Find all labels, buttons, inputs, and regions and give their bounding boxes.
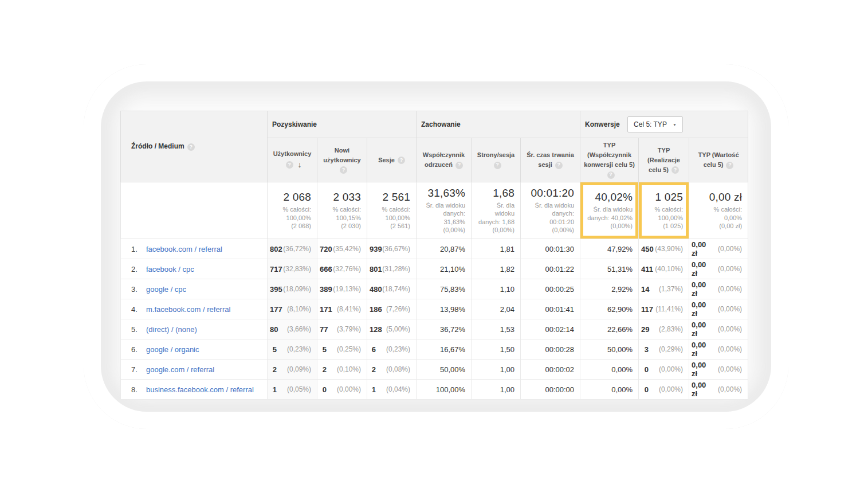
metric-cell: 2,92% xyxy=(580,279,639,299)
source-link[interactable]: business.facebook.com / referral xyxy=(146,385,254,394)
metric-cell: 720(35,42%) xyxy=(317,239,367,259)
metric-cell: 00:00:00 xyxy=(521,380,580,400)
column-header-sessions[interactable]: Sesje? xyxy=(367,138,417,182)
metric-value: 0,00 zł xyxy=(692,341,712,358)
column-header-goal-conversion-rate[interactable]: TYP (Współczynnik konwersji celu 5)? xyxy=(580,138,639,182)
metric-cell: 1,81 xyxy=(472,239,521,259)
metric-percent: (0,23%) xyxy=(277,345,311,353)
metric-cell: 1,50 xyxy=(472,339,521,360)
metric-percent: (32,83%) xyxy=(282,265,311,273)
metric-cell: 00:01:22 xyxy=(521,259,580,279)
help-icon[interactable]: ? xyxy=(286,161,293,169)
metric-cell: 0,00 zł(0,00%) xyxy=(689,339,748,360)
dimension-header[interactable]: Źródło / Medium? xyxy=(121,111,268,182)
help-icon[interactable]: ? xyxy=(340,166,347,174)
metric-value: 00:01:41 xyxy=(545,305,574,314)
metric-percent: (8,41%) xyxy=(332,305,361,313)
source-link[interactable]: facebook / cpc xyxy=(146,265,194,274)
metric-percent: (18,09%) xyxy=(282,285,311,293)
help-icon[interactable]: ? xyxy=(726,162,733,169)
metric-cell: 50,00% xyxy=(417,360,472,380)
metric-percent: (2,83%) xyxy=(650,325,684,333)
column-header-new-users[interactable]: Nowi użytkownicy? xyxy=(317,138,367,182)
chevron-down-icon: ▼ xyxy=(673,123,677,127)
help-icon[interactable]: ? xyxy=(607,171,615,179)
metric-value: 2 xyxy=(273,365,277,374)
table-row: 3.google / cpc395(18,09%)389(19,13%)480(… xyxy=(121,279,748,299)
table-body: 2 068 % całości: 100,00% (2 068) 2 033 %… xyxy=(121,182,748,400)
metric-percent: (0,04%) xyxy=(376,385,410,393)
metric-cell: 0,00 zł(0,00%) xyxy=(689,279,748,299)
metric-cell: 0(0,00%) xyxy=(639,380,689,400)
metric-cell: 5(0,23%) xyxy=(268,339,317,360)
metric-cell: 2(0,10%) xyxy=(317,360,367,380)
metric-percent: (7,26%) xyxy=(382,305,410,313)
column-header-users[interactable]: Użytkownicy?↓ xyxy=(268,138,317,182)
metric-value: 0 xyxy=(323,385,327,394)
source-link[interactable]: facebook.com / referral xyxy=(146,245,222,253)
help-icon[interactable]: ? xyxy=(494,162,501,169)
metric-cell: 22,66% xyxy=(580,319,639,339)
help-icon[interactable]: ? xyxy=(555,162,563,169)
metric-value: 0,00 zł xyxy=(692,381,712,398)
source-medium-table: Źródło / Medium? Pozyskiwanie Zachowanie… xyxy=(120,111,748,400)
help-icon[interactable]: ? xyxy=(187,143,195,151)
metric-value: 801 xyxy=(370,265,382,274)
help-icon[interactable]: ? xyxy=(455,162,463,169)
metric-percent: (0,00%) xyxy=(649,385,683,393)
goal-selector-dropdown[interactable]: Cel 5: TYP ▼ xyxy=(627,116,683,132)
metric-cell: 13,98% xyxy=(417,299,472,319)
group-label: Pozyskiwanie xyxy=(272,120,317,128)
metric-cell: 666(32,76%) xyxy=(317,259,367,279)
metric-percent: (11,41%) xyxy=(653,305,683,313)
metric-value: 6 xyxy=(372,345,376,354)
column-header-goal-completions[interactable]: TYP (Realizacje celu 5)? xyxy=(639,138,689,182)
metric-percent: (0,00%) xyxy=(712,305,742,313)
source-link[interactable]: google / cpc xyxy=(146,285,186,294)
metric-value: 00:01:30 xyxy=(545,245,574,253)
metric-value: 939 xyxy=(370,245,382,253)
column-header-pages-session[interactable]: Strony/sesja? xyxy=(472,138,521,182)
metric-percent: (0,00%) xyxy=(712,245,742,253)
help-icon[interactable]: ? xyxy=(671,166,679,174)
row-number: 8. xyxy=(131,385,146,394)
metric-percent: (0,00%) xyxy=(712,385,742,393)
summary-cell-goal-value: 0,00 zł % całości: 0,00% (0,00 zł) xyxy=(689,182,748,239)
metric-value: 0,00 zł xyxy=(692,361,712,378)
metric-value: 450 xyxy=(641,245,654,253)
metric-cell: 21,10% xyxy=(417,259,472,279)
metric-percent: (3,66%) xyxy=(278,325,311,333)
metric-cell: 1,82 xyxy=(472,259,521,279)
metric-cell: 171(8,41%) xyxy=(317,299,367,319)
column-header-avg-session-duration[interactable]: Śr. czas trwania sesji? xyxy=(521,138,580,182)
source-link[interactable]: (direct) / (none) xyxy=(146,325,197,334)
row-number: 7. xyxy=(131,365,146,374)
source-link[interactable]: google / organic xyxy=(146,345,199,354)
dimension-label: Źródło / Medium xyxy=(131,142,184,150)
metric-value: 00:02:14 xyxy=(545,325,574,334)
metric-cell: 128(5,00%) xyxy=(367,319,417,339)
column-label: TYP (Współczynnik konwersji celu 5) xyxy=(584,142,635,168)
source-link[interactable]: google.com / referral xyxy=(146,365,214,374)
metric-value: 13,98% xyxy=(440,305,465,314)
metric-value: 14 xyxy=(641,285,649,294)
help-icon[interactable]: ? xyxy=(398,157,405,164)
column-header-goal-value[interactable]: TYP (Wartość celu 5)? xyxy=(689,138,748,182)
metric-percent: (18,74%) xyxy=(382,285,410,293)
source-link[interactable]: m.facebook.com / referral xyxy=(146,305,230,314)
metric-percent: (36,67%) xyxy=(382,245,410,253)
summary-empty-cell xyxy=(121,182,268,239)
metric-value: 36,72% xyxy=(440,325,465,334)
row-number: 2. xyxy=(131,265,146,274)
metric-value: 0,00% xyxy=(611,365,633,374)
metric-value: 21,10% xyxy=(440,265,465,274)
row-number: 1. xyxy=(131,245,146,253)
metric-cell: 0,00% xyxy=(580,380,639,400)
summary-cell-users: 2 068 % całości: 100,00% (2 068) xyxy=(268,182,317,239)
metric-cell: 6(0,23%) xyxy=(367,339,417,360)
metric-value: 2,92% xyxy=(611,285,633,294)
metric-value: 717 xyxy=(270,265,282,274)
metric-cell: 801(31,28%) xyxy=(367,259,417,279)
metric-value: 00:01:22 xyxy=(545,265,574,274)
column-header-bounce-rate[interactable]: Współczynnik odrzuceń? xyxy=(417,138,472,182)
